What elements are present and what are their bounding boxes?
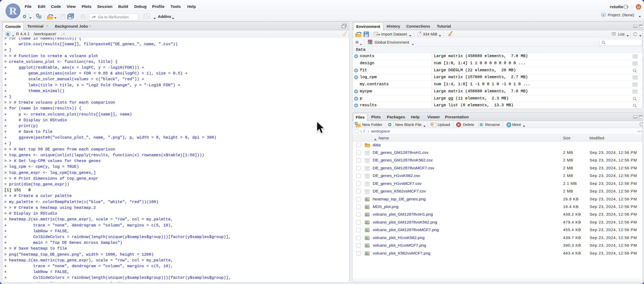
svg-text:R: R	[7, 32, 9, 36]
svg-text:R: R	[603, 14, 605, 17]
svg-text:R: R	[39, 16, 41, 19]
